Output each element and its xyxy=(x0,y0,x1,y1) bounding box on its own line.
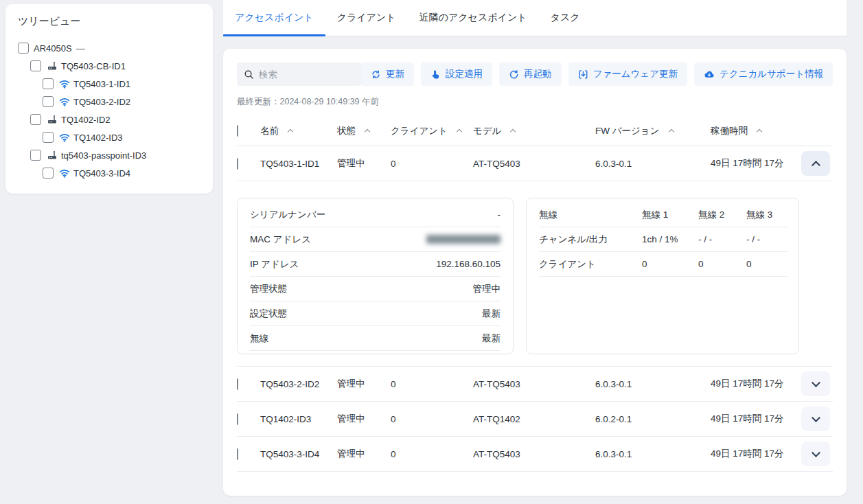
sort-caret-icon[interactable] xyxy=(668,129,674,135)
radio-cell: 1ch / 1% xyxy=(642,227,698,252)
expand-row-button[interactable] xyxy=(801,371,830,396)
tab-access-points[interactable]: アクセスポイント xyxy=(223,0,325,36)
tree-item-label: TQ1402-ID2 xyxy=(61,115,111,125)
search-input[interactable] xyxy=(259,69,354,80)
info-row-config-status: 設定状態最新 xyxy=(250,301,500,326)
wifi-icon xyxy=(58,168,70,179)
tree-item-ar4050s[interactable]: AR4050S — xyxy=(18,39,213,57)
cell-uptime: 49日 17時間 17分 xyxy=(711,413,801,425)
tree-item-tq5403-1-id1[interactable]: TQ5403-1-ID1 xyxy=(18,75,213,93)
tree-item-label: AR4050S xyxy=(34,43,72,54)
expand-row-button[interactable] xyxy=(801,442,830,466)
firmware-update-button[interactable]: ファームウェア更新 xyxy=(568,62,687,86)
cell-model: AT-TQ5403 xyxy=(473,159,595,169)
radio-row-label: クライアント xyxy=(539,252,642,277)
sort-caret-icon[interactable] xyxy=(510,129,516,135)
toolbar: 更新 設定適用 再起動 ファームウェア更新 テクニカルサポート情報 xyxy=(237,62,833,86)
row-checkbox[interactable] xyxy=(237,448,238,460)
tab-label: アクセスポイント xyxy=(235,12,314,24)
checkbox[interactable] xyxy=(43,168,54,179)
chevron-down-icon xyxy=(812,448,820,457)
cell-status: 管理中 xyxy=(337,378,391,390)
tab-clients[interactable]: クライアント xyxy=(325,0,408,36)
cell-model: AT-TQ1402 xyxy=(473,414,595,424)
action-buttons: 更新 設定適用 再起動 ファームウェア更新 テクニカルサポート情報 xyxy=(361,62,833,86)
refresh-button[interactable]: 更新 xyxy=(361,62,414,86)
cell-fw-version: 6.0.3-0.1 xyxy=(595,449,711,459)
table-row[interactable]: TQ5403-3-ID4 管理中 0 AT-TQ5403 6.0.3-0.1 4… xyxy=(237,437,833,472)
column-header-clients[interactable]: クライアント xyxy=(391,125,473,137)
button-label: ファームウェア更新 xyxy=(593,68,678,80)
wifi-icon xyxy=(58,78,70,89)
cell-clients: 0 xyxy=(391,159,473,169)
table-row[interactable]: TQ5403-2-ID2 管理中 0 AT-TQ5403 6.0.3-0.1 4… xyxy=(237,367,833,402)
cell-model: AT-TQ5403 xyxy=(473,379,595,389)
row-checkbox[interactable] xyxy=(237,158,238,170)
cell-fw-version: 6.0.2-0.1 xyxy=(595,414,711,424)
tree-item-tq5403-2-id2[interactable]: TQ5403-2-ID2 xyxy=(18,93,213,111)
column-header-fw-version[interactable]: FW バージョン xyxy=(595,125,711,137)
cloud-download-icon xyxy=(704,69,715,80)
device-info-card: シリアルナンバー- MAC アドレス IP アドレス192.168.60.105… xyxy=(237,198,514,354)
row-checkbox[interactable] xyxy=(237,378,238,390)
checkbox[interactable] xyxy=(18,43,29,54)
tab-neighbor-access-points[interactable]: 近隣のアクセスポイント xyxy=(408,0,539,36)
collapse-row-button[interactable] xyxy=(801,151,830,176)
tree-view-panel: ツリービュー AR4050S — TQ5403-CB-ID1 TQ5403-1-… xyxy=(5,4,213,194)
checkbox[interactable] xyxy=(30,114,41,125)
radio-cell: - / - xyxy=(698,227,746,252)
checkbox[interactable] xyxy=(43,96,54,107)
cell-uptime: 49日 17時間 17分 xyxy=(711,157,801,170)
row-detail-panel: シリアルナンバー- MAC アドレス IP アドレス192.168.60.105… xyxy=(237,181,833,367)
tree-item-tq1402-id3[interactable]: TQ1402-ID3 xyxy=(18,128,213,146)
button-label: 設定適用 xyxy=(446,68,483,80)
router-icon xyxy=(46,60,58,71)
tab-label: 近隣のアクセスポイント xyxy=(419,12,527,24)
cell-model: AT-TQ5403 xyxy=(473,449,595,459)
chevron-down-icon xyxy=(812,378,820,387)
tab-label: タスク xyxy=(551,12,580,24)
column-header-name[interactable]: 名前 xyxy=(260,125,337,137)
button-label: テクニカルサポート情報 xyxy=(720,68,823,80)
info-row-ip: IP アドレス192.168.60.105 xyxy=(250,252,500,277)
main-panel: アクセスポイント クライアント 近隣のアクセスポイント タスク 更新 設定適用 xyxy=(223,0,847,496)
refresh-icon xyxy=(371,69,381,80)
tech-support-button[interactable]: テクニカルサポート情報 xyxy=(694,62,833,86)
checkbox[interactable] xyxy=(43,132,54,143)
info-row-mac: MAC アドレス xyxy=(250,227,500,252)
apply-config-button[interactable]: 設定適用 xyxy=(421,62,492,86)
tree-item-tq5403-3-id4[interactable]: TQ5403-3-ID4 xyxy=(18,164,213,182)
tree-item-label: TQ1402-ID3 xyxy=(73,133,123,143)
select-all-checkbox[interactable] xyxy=(237,125,238,137)
checkbox[interactable] xyxy=(30,150,41,161)
sort-caret-icon[interactable] xyxy=(757,129,762,135)
tab-tasks[interactable]: タスク xyxy=(539,0,592,36)
column-header-uptime[interactable]: 稼働時間 xyxy=(711,125,801,137)
sort-caret-icon[interactable] xyxy=(288,129,293,135)
table-row[interactable]: TQ5403-1-ID1 管理中 0 AT-TQ5403 6.0.3-0.1 4… xyxy=(237,146,833,181)
apply-config-icon xyxy=(430,69,441,80)
reboot-button[interactable]: 再起動 xyxy=(499,62,562,86)
checkbox[interactable] xyxy=(43,78,54,89)
search-box[interactable] xyxy=(237,62,361,86)
radio-col-header: 無線 xyxy=(539,203,642,227)
sort-caret-icon[interactable] xyxy=(365,129,370,135)
column-header-status[interactable]: 状態 xyxy=(337,125,391,137)
expand-row-button[interactable] xyxy=(801,406,830,431)
table-row[interactable]: TQ1402-ID3 管理中 0 AT-TQ1402 6.0.2-0.1 49日… xyxy=(237,402,833,437)
info-row-serial: シリアルナンバー- xyxy=(250,203,500,227)
radio-row-label: チャンネル/出力 xyxy=(539,227,642,252)
tree-item-tq1402-id2[interactable]: TQ1402-ID2 xyxy=(18,111,213,128)
info-row-radio-status: 無線最新 xyxy=(250,326,500,351)
tree-item-tq5403-passpoint-id3[interactable]: tq5403-passpoint-ID3 xyxy=(18,146,213,164)
checkbox[interactable] xyxy=(30,60,41,71)
radio-col-header: 無線 3 xyxy=(746,203,787,227)
row-checkbox[interactable] xyxy=(237,413,238,425)
sort-caret-icon[interactable] xyxy=(457,129,462,135)
cell-fw-version: 6.0.3-0.1 xyxy=(595,159,711,169)
tree-item-tq5403-cb-id1[interactable]: TQ5403-CB-ID1 xyxy=(18,57,213,75)
radio-cell: - / - xyxy=(746,227,787,252)
column-header-model[interactable]: モデル xyxy=(473,125,595,137)
restart-icon xyxy=(509,69,519,80)
mac-address-redacted xyxy=(426,235,500,244)
